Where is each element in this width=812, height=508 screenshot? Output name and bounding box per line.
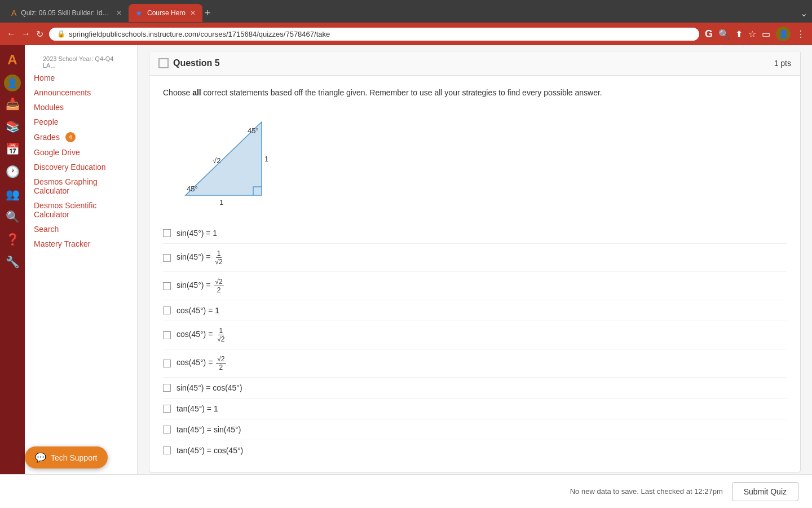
sidebar-item-grades[interactable]: Grades 4 xyxy=(34,130,128,144)
answer-checkbox-4[interactable] xyxy=(163,306,171,314)
share-icon[interactable]: ⬆ xyxy=(735,29,743,40)
tab-coursehero-title: Course Hero xyxy=(147,9,186,17)
tech-support-label: Tech Support xyxy=(51,453,98,462)
tab-coursehero[interactable]: ★ Course Hero ✕ xyxy=(129,4,202,22)
answer-item-10: tan(45°) = cos(45°) xyxy=(163,440,787,461)
sidebar-item-discovery-education[interactable]: Discovery Education xyxy=(34,160,128,174)
answer-item-7: sin(45°) = cos(45°) xyxy=(163,377,787,398)
answer-checkbox-7[interactable] xyxy=(163,384,171,392)
save-status: No new data to save. Last checked at 12:… xyxy=(570,487,723,496)
answer-checkbox-9[interactable] xyxy=(163,426,171,433)
address-input[interactable]: 🔒 springfieldpublicschools.instructure.c… xyxy=(49,28,699,41)
nav-icon-inbox[interactable]: 📥 xyxy=(2,94,23,114)
answer-label-2: sin(45°) = 1√2 xyxy=(176,249,225,266)
bookmark-icon[interactable]: ☆ xyxy=(748,29,756,40)
nav-icon-tools[interactable]: 🔧 xyxy=(2,252,23,272)
sidebar-item-people-label: People xyxy=(34,117,59,126)
answer-label-1: sin(45°) = 1 xyxy=(176,229,217,238)
tab-quiz-icon: A xyxy=(11,8,16,17)
answer-label-9: tan(45°) = sin(45°) xyxy=(176,425,241,434)
answer-checkbox-5[interactable] xyxy=(163,331,171,339)
svg-text:1: 1 xyxy=(264,155,268,163)
sidebar-item-desmos-graphing-label: Desmos Graphing Calculator xyxy=(34,177,128,195)
tech-support-button[interactable]: 💬 Tech Support xyxy=(25,446,108,468)
lock-icon: 🔒 xyxy=(57,30,65,38)
sidebar-item-people[interactable]: People xyxy=(34,115,128,129)
sidebar-item-announcements-label: Announcements xyxy=(34,88,91,97)
tech-support-icon: 💬 xyxy=(35,452,46,463)
svg-text:45°: 45° xyxy=(248,126,259,135)
question-text: Choose all correct statements based off … xyxy=(163,87,787,99)
bottom-bar: No new data to save. Last checked at 12:… xyxy=(0,474,812,508)
answer-checkbox-2[interactable] xyxy=(163,254,171,262)
question-body: Choose all correct statements based off … xyxy=(149,76,800,472)
answer-item-1: sin(45°) = 1 xyxy=(163,223,787,243)
sidebar-item-search[interactable]: Search xyxy=(34,222,128,236)
address-bar: ← → ↻ 🔒 springfieldpublicschools.instruc… xyxy=(0,23,812,45)
sidebar-item-grades-label: Grades xyxy=(34,133,60,142)
sidebar-item-home[interactable]: Home xyxy=(34,71,128,85)
sidebar-item-modules[interactable]: Modules xyxy=(34,100,128,114)
tab-quiz-title: Quiz: 06.05 Skill Builder: Ident... xyxy=(21,9,112,17)
tab-coursehero-close[interactable]: ✕ xyxy=(190,9,196,17)
answer-label-8: tan(45°) = 1 xyxy=(176,404,218,413)
answer-label-10: tan(45°) = cos(45°) xyxy=(176,446,243,455)
back-button[interactable]: ← xyxy=(7,29,16,39)
menu-icon[interactable]: ⋮ xyxy=(796,29,805,40)
answer-item-5: cos(45°) = 1√2 xyxy=(163,321,787,349)
sidebar-item-discovery-education-label: Discovery Education xyxy=(34,163,106,172)
answer-checkbox-1[interactable] xyxy=(163,229,171,237)
nav-icon-book[interactable]: 📚 xyxy=(2,116,23,137)
url-display: springfieldpublicschools.instructure.com… xyxy=(69,30,330,38)
app-logo[interactable]: A xyxy=(2,50,23,70)
user-avatar[interactable]: 👤 xyxy=(4,75,21,91)
answer-checkbox-8[interactable] xyxy=(163,405,171,413)
answer-label-4: cos(45°) = 1 xyxy=(176,306,219,315)
nav-sidebar: 2023 School Year: Q4-Q4 LA... Home Annou… xyxy=(25,45,138,508)
profile-avatar[interactable]: 👤 xyxy=(776,27,791,41)
forward-button[interactable]: → xyxy=(21,29,30,39)
answer-item-8: tan(45°) = 1 xyxy=(163,398,787,419)
question-points: 1 pts xyxy=(774,59,791,68)
sidebar-toggle-icon[interactable]: ▭ xyxy=(762,29,770,40)
tab-dropdown-button[interactable]: ⌄ xyxy=(800,8,807,19)
search-icon[interactable]: 🔍 xyxy=(718,29,730,40)
tab-quiz[interactable]: A Quiz: 06.05 Skill Builder: Ident... ✕ xyxy=(5,4,129,22)
tab-bar: A Quiz: 06.05 Skill Builder: Ident... ✕ … xyxy=(0,0,812,23)
nav-icon-groups[interactable]: 👥 xyxy=(2,184,23,204)
triangle-svg: 45° 45° √2 1 1 xyxy=(174,108,287,209)
content-area: Question 5 1 pts Choose all correct stat… xyxy=(138,45,812,508)
new-tab-button[interactable]: + xyxy=(205,7,211,19)
nav-icon-clock[interactable]: 🕐 xyxy=(2,161,23,182)
course-year-label: 2023 School Year: Q4-Q4 LA... xyxy=(34,52,128,70)
nav-icon-search[interactable]: 🔍 xyxy=(2,207,23,227)
toolbar-icons: G 🔍 ⬆ ☆ ▭ 👤 ⋮ xyxy=(705,27,805,41)
nav-icon-calendar[interactable]: 📅 xyxy=(2,139,23,159)
main-layout: A 👤 📥 📚 📅 🕐 👥 🔍 ❓ 🔧 ⮞ 2023 School Year: … xyxy=(0,45,812,508)
icon-sidebar: A 👤 📥 📚 📅 🕐 👥 🔍 ❓ 🔧 ⮞ xyxy=(0,45,25,508)
submit-quiz-button[interactable]: Submit Quiz xyxy=(732,482,798,501)
question-container: Question 5 1 pts Choose all correct stat… xyxy=(149,51,801,472)
tab-quiz-close[interactable]: ✕ xyxy=(116,9,122,17)
answer-list: sin(45°) = 1 sin(45°) = 1√2 sin(45°) = √… xyxy=(163,223,787,461)
question-flag-checkbox[interactable] xyxy=(158,58,169,68)
sidebar-item-announcements[interactable]: Announcements xyxy=(34,86,128,99)
sidebar-item-desmos-scientific[interactable]: Desmos Scientific Calculator xyxy=(34,199,128,221)
sidebar-item-mastery-tracker-label: Mastery Tracker xyxy=(34,239,90,248)
sidebar-item-mastery-tracker[interactable]: Mastery Tracker xyxy=(34,237,128,251)
answer-checkbox-6[interactable] xyxy=(163,360,171,367)
answer-checkbox-10[interactable] xyxy=(163,446,171,454)
svg-text:45°: 45° xyxy=(187,185,198,193)
sidebar-item-google-drive-label: Google Drive xyxy=(34,148,80,157)
sidebar-item-google-drive[interactable]: Google Drive xyxy=(34,146,128,159)
sidebar-item-desmos-graphing[interactable]: Desmos Graphing Calculator xyxy=(34,175,128,198)
sidebar-item-desmos-scientific-label: Desmos Scientific Calculator xyxy=(34,201,128,219)
tab-coursehero-icon: ★ xyxy=(135,8,143,17)
nav-icon-help[interactable]: ❓ xyxy=(2,229,23,249)
answer-checkbox-3[interactable] xyxy=(163,282,171,290)
sidebar-item-modules-label: Modules xyxy=(34,103,64,112)
google-icon[interactable]: G xyxy=(705,28,713,40)
question-header: Question 5 1 pts xyxy=(149,51,800,76)
refresh-button[interactable]: ↻ xyxy=(36,29,43,40)
answer-item-2: sin(45°) = 1√2 xyxy=(163,243,787,271)
